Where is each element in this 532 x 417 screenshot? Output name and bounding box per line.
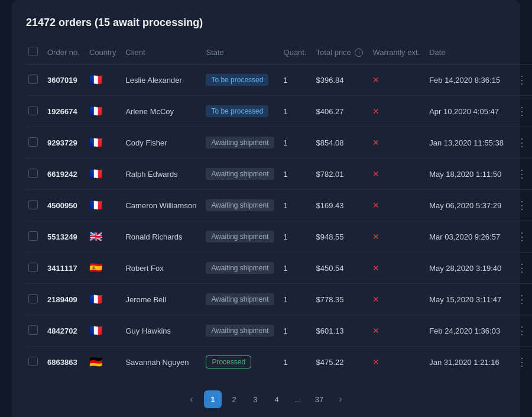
page-2-button[interactable]: 2 <box>225 390 243 408</box>
client-name: Ronald Richards <box>121 221 201 253</box>
total-price: $854.08 <box>312 127 368 159</box>
col-client: Client <box>121 41 201 64</box>
country-flag: 🇫🇷 <box>85 159 121 190</box>
row-menu-button[interactable]: ⋮ <box>513 72 531 88</box>
order-number: 6863863 <box>43 347 85 378</box>
warranty: ✕ <box>368 159 424 190</box>
orders-card: 21472 orders (15 await processing) Order… <box>12 0 520 417</box>
quantity: 1 <box>279 190 312 221</box>
row-checkbox-0[interactable] <box>28 75 38 84</box>
client-name: Jerome Bell <box>121 284 201 315</box>
row-menu-button[interactable]: ⋮ <box>513 229 531 244</box>
row-menu-button[interactable]: ⋮ <box>513 135 531 150</box>
row-menu-button[interactable]: ⋮ <box>513 260 531 276</box>
quantity: 1 <box>279 127 312 159</box>
quantity: 1 <box>279 64 312 96</box>
warranty: ✕ <box>368 347 424 378</box>
col-order-no: Order no. <box>43 41 85 64</box>
row-menu-button[interactable]: ⋮ <box>513 292 531 307</box>
select-all-checkbox[interactable] <box>28 47 38 56</box>
warranty: ✕ <box>368 127 424 159</box>
order-number: 3607019 <box>43 64 85 96</box>
client-name: Cody Fisher <box>121 127 201 159</box>
col-country: Country <box>85 41 121 64</box>
order-number: 1926674 <box>43 96 85 127</box>
page-3-button[interactable]: 3 <box>246 390 264 408</box>
total-price: $450.54 <box>312 253 368 284</box>
row-checkbox-1[interactable] <box>28 106 38 115</box>
page-title: 21472 orders (15 await processing) <box>26 17 506 29</box>
row-checkbox-8[interactable] <box>28 325 38 335</box>
table-row: 9293729 🇫🇷 Cody Fisher Awaiting shipment… <box>26 127 532 159</box>
page-37-button[interactable]: 37 <box>310 390 328 408</box>
warranty: ✕ <box>368 221 424 253</box>
col-qty: Quant. <box>279 41 312 64</box>
table-row: 4500950 🇫🇷 Cameron Williamson Awaiting s… <box>26 190 532 221</box>
row-checkbox-2[interactable] <box>28 137 38 147</box>
country-flag: 🇫🇷 <box>85 96 121 127</box>
col-state: State <box>201 41 278 64</box>
row-checkbox-4[interactable] <box>28 200 38 209</box>
country-flag: 🇫🇷 <box>85 190 121 221</box>
client-name: Guy Hawkins <box>121 315 201 347</box>
row-checkbox-3[interactable] <box>28 169 38 178</box>
date: Mar 03,2020 9:26:57 <box>424 221 508 253</box>
warranty: ✕ <box>368 253 424 284</box>
country-flag: 🇫🇷 <box>85 64 121 96</box>
date: May 28,2020 3:19:40 <box>424 253 508 284</box>
date: Feb 24,2020 1:36:03 <box>424 315 508 347</box>
page-1-button[interactable]: 1 <box>204 390 222 408</box>
prev-page-button[interactable]: ‹ <box>183 390 200 408</box>
date: May 15,2020 3:11:47 <box>424 284 508 315</box>
order-number: 4842702 <box>43 315 85 347</box>
row-checkbox-5[interactable] <box>28 231 38 241</box>
order-number: 6619242 <box>43 159 85 190</box>
row-checkbox-7[interactable] <box>28 294 38 303</box>
country-flag: 🇩🇪 <box>85 347 121 378</box>
next-page-button[interactable]: › <box>332 390 349 408</box>
client-name: Arlene McCoy <box>121 96 201 127</box>
row-menu-button[interactable]: ⋮ <box>513 198 531 213</box>
table-row: 1926674 🇫🇷 Arlene McCoy To be processed … <box>26 96 532 127</box>
row-menu-button[interactable]: ⋮ <box>513 166 531 182</box>
date: Jan 31,2020 1:21:16 <box>424 347 508 378</box>
table-row: 2189409 🇫🇷 Jerome Bell Awaiting shipment… <box>26 284 532 315</box>
total-price: $396.84 <box>312 64 368 96</box>
state-badge: Awaiting shipment <box>201 190 278 221</box>
price-info-icon: i <box>355 49 363 57</box>
state-badge: To be processed <box>201 96 278 127</box>
total-price: $169.43 <box>312 190 368 221</box>
state-badge: Awaiting shipment <box>201 253 278 284</box>
state-badge: Awaiting shipment <box>201 159 278 190</box>
total-price: $948.55 <box>312 221 368 253</box>
table-row: 4842702 🇫🇷 Guy Hawkins Awaiting shipment… <box>26 315 532 347</box>
page-ellipsis: ... <box>289 390 307 408</box>
total-price: $475.22 <box>312 347 368 378</box>
col-date: Date <box>424 41 508 64</box>
date: Apr 10,2020 4:05:47 <box>424 96 508 127</box>
row-menu-button[interactable]: ⋮ <box>513 104 531 119</box>
warranty: ✕ <box>368 315 424 347</box>
row-menu-button[interactable]: ⋮ <box>513 354 531 370</box>
page-4-button[interactable]: 4 <box>268 390 286 408</box>
row-menu-button[interactable]: ⋮ <box>513 323 531 338</box>
quantity: 1 <box>279 347 312 378</box>
pagination: ‹ 1 2 3 4 ... 37 › <box>26 390 506 408</box>
client-name: Ralph Edwards <box>121 159 201 190</box>
row-checkbox-9[interactable] <box>28 357 38 366</box>
orders-table: Order no. Country Client State Quant. To… <box>26 41 532 377</box>
quantity: 1 <box>279 253 312 284</box>
warranty: ✕ <box>368 64 424 96</box>
state-badge: Awaiting shipment <box>201 284 278 315</box>
client-name: Savannah Nguyen <box>121 347 201 378</box>
date: May 18,2020 1:11:50 <box>424 159 508 190</box>
table-row: 6863863 🇩🇪 Savannah Nguyen Processed 1 $… <box>26 347 532 378</box>
client-name: Robert Fox <box>121 253 201 284</box>
total-price: $782.01 <box>312 159 368 190</box>
order-number: 5513249 <box>43 221 85 253</box>
row-checkbox-6[interactable] <box>28 263 38 272</box>
country-flag: 🇬🇧 <box>85 221 121 253</box>
state-badge: To be processed <box>201 64 278 96</box>
total-price: $406.27 <box>312 96 368 127</box>
country-flag: 🇫🇷 <box>85 284 121 315</box>
